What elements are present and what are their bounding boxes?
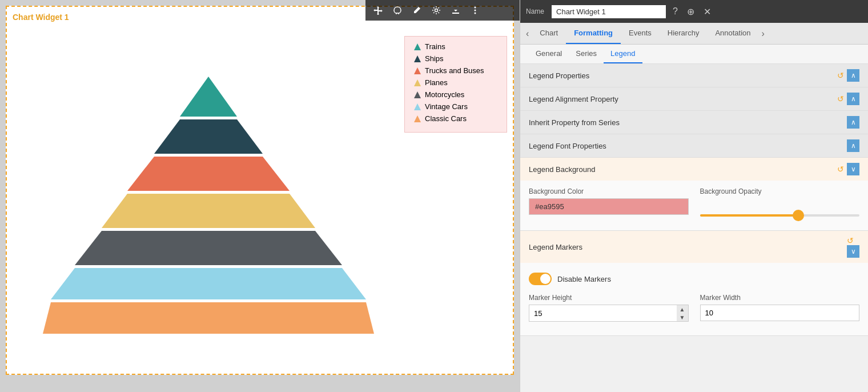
legend-markers-content: Disable Markers Marker Height ▲ ▼ [520,263,868,335]
bg-opacity-slider[interactable] [700,198,860,217]
svg-marker-8 [414,91,421,98]
legend-font-label: Legend Font Properties [529,142,606,150]
slider-thumb[interactable] [793,210,804,221]
legend-item-ships: Ships [413,54,498,63]
tab-chart[interactable]: Chart [532,23,566,44]
legend-background-header[interactable]: Legend Background ↺ ∨ [520,158,868,181]
legend-markers-section: Legend Markers ↺ ∨ Disable Markers Marke… [520,231,868,336]
trucks-legend-icon [413,67,421,75]
legend-item-vintage-cars: Vintage Cars [413,102,498,111]
legend-background-actions: ↺ ∨ [837,163,859,175]
sub-tab-general[interactable]: General [529,45,569,63]
legend-properties-header[interactable]: Legend Properties ↺ ∧ [520,64,868,87]
trains-legend-icon [413,43,421,51]
tabs-next-arrow[interactable]: › [759,24,767,43]
edit-tool-icon[interactable] [409,2,425,18]
tab-hierarchy[interactable]: Hierarchy [660,23,708,44]
legend-alignment-refresh-icon[interactable]: ↺ [837,94,844,103]
move-icon[interactable]: ⊕ [685,5,697,18]
lasso-tool-icon[interactable] [389,2,405,18]
motorcycles-legend-icon [413,91,421,99]
vintage-cars-legend-icon [413,103,421,111]
inherit-property-header[interactable]: Inherit Property from Series ∧ [520,111,868,134]
legend-markers-refresh-icon[interactable]: ↺ [847,236,854,245]
more-options-icon[interactable] [467,2,483,18]
slider-track [700,214,860,217]
svg-point-0 [435,9,438,12]
tabs-prev-arrow[interactable]: ‹ [523,24,532,43]
close-icon[interactable]: ✕ [701,5,713,18]
slider-fill [700,214,796,217]
legend-properties-collapse-icon[interactable]: ∧ [847,69,859,82]
svg-marker-7 [414,79,421,86]
main-tabs: ‹ Chart Formatting Events Hierarchy Anno… [520,23,868,45]
legend-alignment-label: Legend Alignment Property [529,95,618,103]
tab-formatting[interactable]: Formatting [566,23,621,44]
inherit-property-collapse-icon[interactable]: ∧ [847,116,859,129]
svg-marker-6 [414,67,421,74]
pyramid-container [13,30,404,363]
marker-height-input[interactable] [529,305,677,322]
legend-properties-actions: ↺ ∧ [837,69,859,82]
legend-alignment-actions: ↺ ∧ [837,93,859,105]
download-tool-icon[interactable] [448,2,464,18]
marker-height-field: Marker Height ▲ ▼ [529,294,689,322]
planes-legend-icon [413,79,421,87]
marker-height-down[interactable]: ▼ [677,313,688,321]
legend-item-classic-cars: Classic Cars [413,114,498,123]
legend-alignment-header[interactable]: Legend Alignment Property ↺ ∧ [520,87,868,110]
sub-tab-legend[interactable]: Legend [604,45,642,63]
legend-properties-section: Legend Properties ↺ ∧ [520,64,868,87]
marker-height-label: Marker Height [529,294,689,302]
name-label: Name [526,7,544,15]
marker-height-input-wrapper: ▲ ▼ [529,305,689,322]
toggle-knob [540,274,550,284]
legend-markers-collapse-icon[interactable]: ∨ [847,245,859,258]
disable-markers-row: Disable Markers [529,273,859,285]
tab-annotation[interactable]: Annotation [707,23,758,44]
bg-opacity-field: Background Opacity [700,187,860,217]
bg-color-row: Background Color #ea9595 Background Opac… [529,187,859,217]
sub-tab-series[interactable]: Series [569,45,604,63]
pyramid-layer-motorcycles [75,231,342,265]
bg-color-field: Background Color #ea9595 [529,187,689,217]
svg-point-3 [475,13,476,14]
legend-alignment-section: Legend Alignment Property ↺ ∧ [520,87,868,111]
help-icon[interactable]: ? [670,5,680,18]
svg-marker-10 [414,115,421,122]
inherit-property-section: Inherit Property from Series ∧ [520,111,868,134]
legend-markers-header[interactable]: Legend Markers ↺ ∨ [520,231,868,263]
marker-width-field: Marker Width [700,294,860,322]
settings-tool-icon[interactable] [428,2,444,18]
marker-height-up[interactable]: ▲ [677,305,688,313]
legend-background-content: Background Color #ea9595 Background Opac… [520,181,868,230]
chart-legend: Trains Ships Trucks and Buses Planes Mot… [404,36,507,133]
marker-width-label: Marker Width [700,294,860,302]
move-tool-icon[interactable] [370,2,386,18]
pyramid-layer-trucks [127,157,290,191]
legend-properties-refresh-icon[interactable]: ↺ [837,71,844,80]
legend-font-actions: ∧ [847,139,859,152]
legend-item-trains: Trains [413,42,498,51]
legend-alignment-collapse-icon[interactable]: ∧ [847,93,859,105]
disable-markers-toggle[interactable] [529,273,552,285]
legend-font-header[interactable]: Legend Font Properties ∧ [520,134,868,157]
pyramid-layer-classic-cars [43,302,374,334]
tab-events[interactable]: Events [621,23,660,44]
marker-width-input[interactable] [700,305,860,321]
pyramid-chart [43,59,374,334]
chart-content: Trains Ships Trucks and Buses Planes Mot… [13,25,507,363]
legend-font-collapse-icon[interactable]: ∧ [847,139,859,152]
properties-panel: Legend Properties ↺ ∧ Legend Alignment P… [520,64,868,392]
bg-opacity-label: Background Opacity [700,187,860,195]
legend-item-trucks: Trucks and Buses [413,66,498,75]
bg-color-input[interactable]: #ea9595 [529,198,689,215]
svg-point-1 [475,7,476,9]
classic-cars-legend-icon [413,115,421,123]
legend-background-refresh-icon[interactable]: ↺ [837,165,844,174]
widget-name-input[interactable] [552,5,666,18]
legend-background-collapse-icon[interactable]: ∨ [847,163,859,175]
disable-markers-label: Disable Markers [557,275,611,283]
legend-properties-label: Legend Properties [529,71,589,80]
svg-marker-9 [414,103,421,110]
